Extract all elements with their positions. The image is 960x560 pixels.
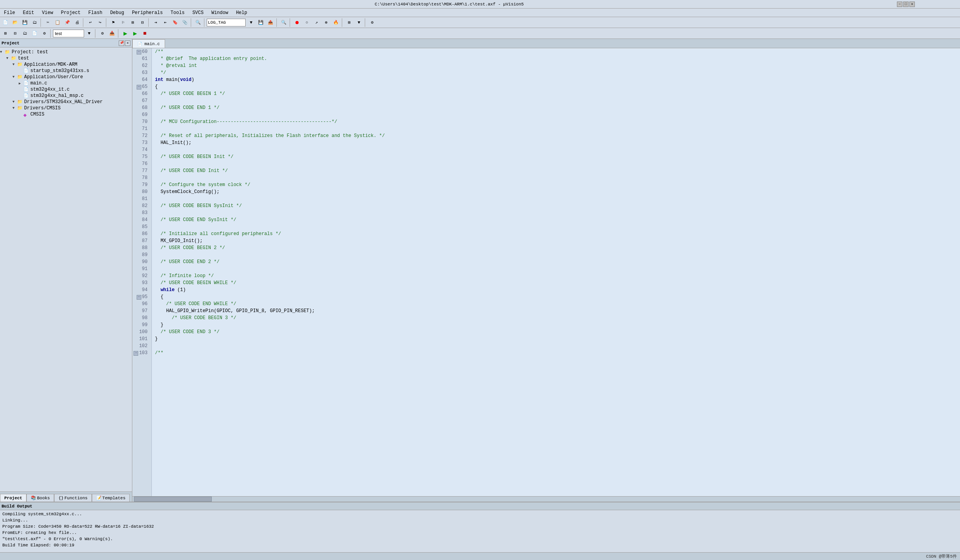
- tree-item[interactable]: ▼📁Project: test: [0, 49, 132, 55]
- tree-item[interactable]: ▼📁Application/MDK-ARM: [0, 61, 132, 68]
- code-line[interactable]: [155, 251, 957, 258]
- save-all-button[interactable]: 🗂: [30, 18, 39, 27]
- window-btn[interactable]: ⊞: [345, 18, 354, 27]
- debug-btn[interactable]: ▶: [130, 29, 140, 38]
- menu-item-peripherals[interactable]: Peripherals: [130, 9, 165, 16]
- tb2-btn5[interactable]: ⚙: [40, 29, 49, 38]
- cut-button[interactable]: ✂: [43, 18, 53, 27]
- code-line[interactable]: [155, 160, 957, 167]
- code-line[interactable]: }: [155, 321, 957, 328]
- code-line[interactable]: /* USER CODE END 2 */: [155, 258, 957, 265]
- scrollbar-thumb[interactable]: [134, 497, 212, 502]
- menu-item-file[interactable]: File: [2, 9, 18, 16]
- tree-item[interactable]: ▼📁Drivers/CMSIS: [0, 105, 132, 111]
- tb2-btn3[interactable]: 🗂: [20, 29, 30, 38]
- fold-indicator[interactable]: −: [137, 50, 141, 54]
- redo-button[interactable]: ↪: [95, 18, 105, 27]
- fold-indicator[interactable]: −: [134, 351, 138, 356]
- left-tab-project[interactable]: Project: [0, 494, 26, 502]
- code-line[interactable]: [155, 342, 957, 349]
- left-tab-functions[interactable]: {}Functions: [54, 494, 92, 502]
- code-line[interactable]: /* USER CODE END SysInit */: [155, 216, 957, 223]
- left-tab-templates[interactable]: 📝Templates: [92, 494, 130, 502]
- fold-indicator[interactable]: −: [137, 85, 141, 90]
- code-line[interactable]: {: [155, 83, 957, 90]
- tree-item[interactable]: ▼📁Application/User/Core: [0, 74, 132, 80]
- code-line[interactable]: /* Infinite loop */: [155, 272, 957, 279]
- stop2-btn[interactable]: ■: [140, 29, 149, 38]
- tree-item[interactable]: ▶📄main.c: [0, 80, 132, 86]
- tb2-btn1[interactable]: ⊞: [1, 29, 10, 38]
- code-line[interactable]: /* USER CODE BEGIN 1 */: [155, 90, 957, 97]
- code-line[interactable]: /* USER CODE BEGIN 2 */: [155, 244, 957, 251]
- paste-button[interactable]: 📌: [63, 18, 72, 27]
- menu-item-debug[interactable]: Debug: [108, 9, 127, 16]
- maximize-button[interactable]: □: [903, 2, 909, 7]
- code-line[interactable]: int main(void): [155, 76, 957, 83]
- print-button[interactable]: 🖨: [72, 18, 82, 27]
- bookmark2-btn[interactable]: 📎: [180, 18, 190, 27]
- code-line[interactable]: /* USER CODE END 3 */: [155, 328, 957, 335]
- stop-btn[interactable]: [292, 18, 302, 27]
- code-line[interactable]: [155, 209, 957, 216]
- panel-close-button[interactable]: ✕: [125, 40, 130, 46]
- save-button[interactable]: 💾: [20, 18, 30, 27]
- code-line[interactable]: [155, 223, 957, 230]
- code-line[interactable]: [155, 265, 957, 272]
- build-btn1[interactable]: ⚑: [109, 18, 118, 27]
- load-btn[interactable]: 📥: [107, 29, 117, 38]
- editor-horizontal-scrollbar[interactable]: [132, 496, 960, 502]
- menu-item-project[interactable]: Project: [58, 9, 83, 16]
- code-line[interactable]: /* USER CODE BEGIN WHILE */: [155, 279, 957, 286]
- close-button[interactable]: ✕: [909, 2, 915, 7]
- code-line[interactable]: SystemClock_Config();: [155, 188, 957, 195]
- build-btn4[interactable]: ⊟: [138, 18, 147, 27]
- outdent-btn[interactable]: ⇤: [161, 18, 170, 27]
- menu-item-edit[interactable]: Edit: [21, 9, 37, 16]
- code-line[interactable]: /* USER CODE BEGIN 3 */: [155, 314, 957, 321]
- code-line[interactable]: /* USER CODE BEGIN Init */: [155, 153, 957, 160]
- build-btn2[interactable]: ⚐: [118, 18, 128, 27]
- circle-btn[interactable]: ○: [302, 18, 311, 27]
- arrow-btn[interactable]: ↗: [312, 18, 321, 27]
- tree-item[interactable]: ◆CMSIS: [0, 111, 132, 118]
- search-btn[interactable]: 🔍: [279, 18, 288, 27]
- menu-item-flash[interactable]: Flash: [86, 9, 105, 16]
- code-line[interactable]: /* Reset of all peripherals, Initializes…: [155, 132, 957, 139]
- code-line[interactable]: [155, 125, 957, 132]
- code-content[interactable]: /** * @brief The application entry point…: [152, 48, 960, 496]
- log-btn2[interactable]: 📤: [266, 18, 275, 27]
- code-line[interactable]: /* MCU Configuration--------------------…: [155, 118, 957, 125]
- code-line[interactable]: [155, 146, 957, 153]
- flame-btn[interactable]: 🔥: [331, 18, 341, 27]
- code-line[interactable]: [155, 174, 957, 181]
- code-line[interactable]: {: [155, 293, 957, 300]
- code-line[interactable]: /* Configure the system clock */: [155, 181, 957, 188]
- code-line[interactable]: /* Initialize all configured peripherals…: [155, 230, 957, 237]
- indent-btn[interactable]: ⇥: [151, 18, 160, 27]
- window-arrow-btn[interactable]: ▼: [354, 18, 364, 27]
- undo-button[interactable]: ↩: [86, 18, 95, 27]
- code-line[interactable]: /* USER CODE BEGIN SysInit */: [155, 202, 957, 209]
- log-dropdown-arrow[interactable]: ▼: [246, 18, 256, 27]
- code-line[interactable]: HAL_GPIO_WritePin(GPIOC, GPIO_PIN_8, GPI…: [155, 307, 957, 314]
- tb2-btn2[interactable]: ⊟: [11, 29, 20, 38]
- code-line[interactable]: HAL_Init();: [155, 139, 957, 146]
- target-dropdown-btn[interactable]: ▼: [84, 29, 94, 38]
- menu-item-view[interactable]: View: [40, 9, 56, 16]
- bookmark-btn[interactable]: 🔖: [171, 18, 180, 27]
- code-line[interactable]: [155, 97, 957, 104]
- code-line[interactable]: [155, 111, 957, 118]
- code-line[interactable]: /* USER CODE END Init */: [155, 167, 957, 174]
- build2-btn[interactable]: ▶: [121, 29, 130, 38]
- menu-item-help[interactable]: Help: [234, 9, 250, 16]
- log-dropdown[interactable]: LOG_TAG: [207, 19, 246, 26]
- tree-item[interactable]: 📄stm32g4xx_hal_msp.c: [0, 93, 132, 99]
- code-line[interactable]: * @brief The application entry point.: [155, 55, 957, 62]
- menu-item-tools[interactable]: Tools: [168, 9, 187, 16]
- log-btn1[interactable]: 💾: [256, 18, 265, 27]
- code-line[interactable]: [155, 195, 957, 202]
- code-line[interactable]: /**: [155, 349, 957, 356]
- target-btn[interactable]: ⊗: [322, 18, 331, 27]
- minimize-button[interactable]: −: [897, 2, 902, 7]
